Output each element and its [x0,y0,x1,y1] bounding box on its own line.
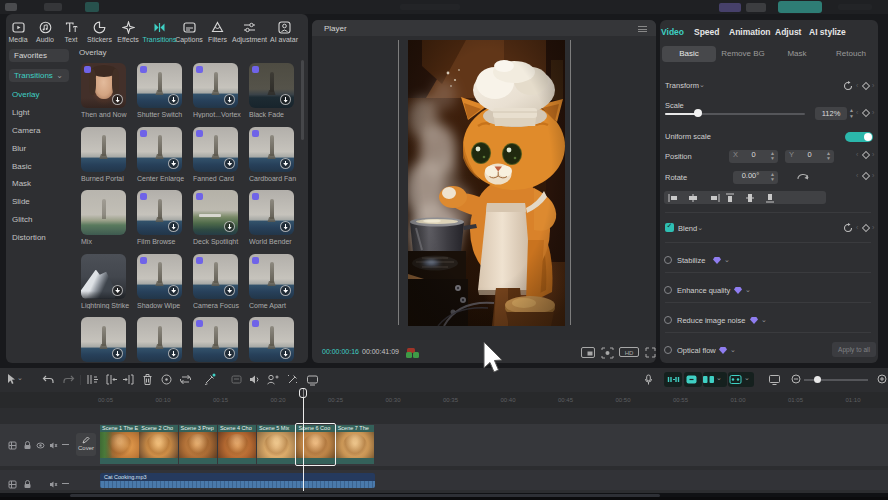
svg-text:HD: HD [625,350,634,356]
